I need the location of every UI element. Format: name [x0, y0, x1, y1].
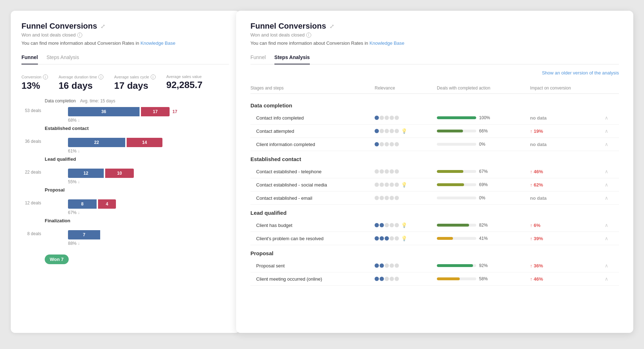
- right-info-text: You can find more information about Conv…: [250, 40, 368, 46]
- th-stages: Stages and steps: [250, 86, 375, 91]
- metric-label-3: Average sales value: [166, 74, 202, 79]
- progress-cell: 58%: [437, 276, 530, 281]
- stage-name-3: Finalization: [45, 218, 70, 223]
- impact-value: ↑ 39%: [530, 236, 605, 241]
- step-name: Client has budget: [250, 223, 375, 228]
- step-name: Client's problem can be resolved: [250, 236, 375, 241]
- relevance-stars: [375, 277, 437, 281]
- star-empty-icon: [390, 142, 394, 146]
- impact-value: no data: [530, 142, 605, 147]
- star-filled-icon: [375, 116, 379, 120]
- relevance-stars: [375, 263, 437, 268]
- expand-chevron-icon[interactable]: ∧: [605, 263, 619, 268]
- metric-info-2[interactable]: i: [151, 74, 156, 79]
- step-name: Contact established - telephone: [250, 169, 375, 174]
- section-title-2: Lead qualified: [250, 205, 619, 219]
- impact-value: no data: [530, 195, 605, 201]
- expand-chevron-icon[interactable]: ∧: [605, 128, 619, 134]
- star-filled-icon: [375, 277, 379, 281]
- metric-info-0[interactable]: i: [43, 74, 48, 79]
- left-info-text: You can find more information about Conv…: [21, 40, 139, 46]
- star-empty-icon: [390, 183, 394, 187]
- left-panel-pin-icon[interactable]: ⤢: [100, 22, 106, 30]
- expand-chevron-icon[interactable]: ∧: [605, 195, 619, 201]
- bar-blue-2: 12: [68, 169, 104, 178]
- left-panel-subtitle: Won and lost deals closed: [21, 32, 76, 38]
- star-empty-icon: [395, 196, 399, 200]
- relevance-stars: [375, 116, 437, 120]
- expand-chevron-icon[interactable]: ∧: [605, 222, 619, 228]
- right-panel-pin-icon[interactable]: ⤢: [329, 22, 335, 30]
- star-filled-icon: [385, 236, 389, 241]
- tab-funnel-left[interactable]: Funnel: [21, 54, 38, 64]
- progress-pct-label: 66%: [479, 129, 492, 134]
- star-empty-icon: [395, 116, 399, 120]
- progress-pct-label: 92%: [479, 263, 492, 268]
- expand-chevron-icon[interactable]: ∧: [605, 141, 619, 147]
- expand-chevron-icon[interactable]: ∧: [605, 276, 619, 282]
- left-subtitle-info-icon[interactable]: i: [77, 33, 82, 38]
- expand-chevron-icon[interactable]: ∧: [605, 236, 619, 241]
- step-name: Contact established - email: [250, 195, 375, 201]
- right-subtitle-info-icon[interactable]: i: [306, 33, 311, 38]
- expand-chevron-icon[interactable]: ∧: [605, 169, 619, 174]
- progress-cell: 41%: [437, 236, 530, 241]
- older-version-link[interactable]: Show an older version of the analysis: [542, 70, 619, 76]
- section-title-1: Established contact: [250, 151, 619, 165]
- stage-name-1: Lead qualified: [45, 156, 76, 162]
- star-empty-icon: [385, 183, 389, 187]
- star-empty-icon: [375, 196, 379, 200]
- star-empty-icon: [385, 223, 389, 227]
- progress-bar-bg: [437, 237, 476, 240]
- bar-red-1: 14: [127, 138, 162, 147]
- star-filled-icon: [380, 236, 384, 241]
- bar-blue-0: 36: [68, 107, 140, 116]
- step-row: Client information completed0%no data∧: [250, 138, 619, 151]
- right-knowledge-base-link[interactable]: Knowledge Base: [370, 40, 405, 46]
- impact-value: ↑ 6%: [530, 223, 605, 228]
- star-empty-icon: [395, 183, 399, 187]
- tab-steps-left[interactable]: Steps Analysis: [47, 54, 79, 64]
- relevance-stars: [375, 196, 437, 200]
- progress-cell: 66%: [437, 129, 530, 134]
- metric-label-2: Average sales cycle: [114, 75, 149, 79]
- star-empty-icon: [380, 183, 384, 187]
- star-filled-icon: [380, 277, 384, 281]
- progress-pct-label: 0%: [479, 195, 492, 200]
- relevance-stars: 💡: [375, 182, 437, 188]
- stage-deals-1: 36 deals: [21, 139, 41, 144]
- star-empty-icon: [385, 277, 389, 281]
- funnel-stage-1: 36 deals 22 14 61% ↓: [21, 138, 229, 162]
- bar-red-3: 4: [98, 199, 116, 209]
- th-action: [605, 86, 619, 91]
- progress-bar-bg: [437, 224, 476, 227]
- progress-bar-fill: [437, 277, 460, 280]
- tab-funnel-right[interactable]: Funnel: [250, 54, 266, 64]
- progress-pct-label: 41%: [479, 236, 492, 241]
- star-empty-icon: [390, 236, 394, 241]
- left-knowledge-base-link[interactable]: Knowledge Base: [141, 40, 176, 46]
- left-tabs: Funnel Steps Analysis: [21, 54, 229, 64]
- step-row: Client's problem can be resolved💡41%↑ 39…: [250, 232, 619, 245]
- expand-chevron-icon[interactable]: ∧: [605, 182, 619, 188]
- star-empty-icon: [390, 223, 394, 227]
- star-empty-icon: [380, 142, 384, 146]
- bar-blue-4: 7: [68, 230, 100, 239]
- metric-info-1[interactable]: i: [98, 74, 103, 79]
- metrics-row: Conversion i 13% Average duration time i…: [21, 74, 229, 91]
- expand-chevron-icon[interactable]: ∧: [605, 115, 619, 121]
- relevance-stars: [375, 169, 437, 174]
- progress-cell: 0%: [437, 195, 530, 200]
- star-empty-icon: [395, 142, 399, 146]
- progress-bar-bg: [437, 277, 476, 280]
- tab-steps-right[interactable]: Steps Analysis: [274, 54, 310, 64]
- star-empty-icon: [380, 169, 384, 174]
- stage-pct-1: 61%: [68, 149, 77, 154]
- impact-value: ↑ 36%: [530, 263, 605, 268]
- section-2: Lead qualifiedClient has budget💡82%↑ 6%∧…: [250, 205, 619, 245]
- progress-cell: 67%: [437, 169, 530, 174]
- stage-pct-0: 68%: [68, 118, 77, 123]
- funnel-stage-0: 53 deals 36 17 17 68%: [21, 107, 229, 131]
- impact-value: ↑ 46%: [530, 169, 605, 174]
- funnel-stage-2: 22 deals 12 10 55% ↓: [21, 169, 229, 193]
